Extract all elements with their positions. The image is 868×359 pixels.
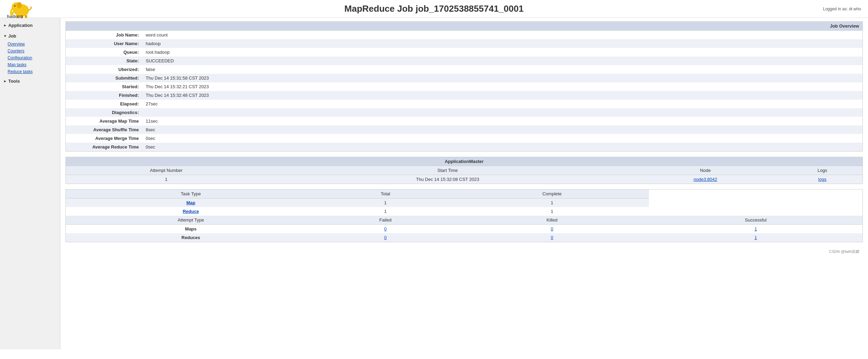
job-overview-row: Average Reduce Time0sec <box>66 143 862 151</box>
attempt-row: Maps001 <box>66 225 862 234</box>
job-overview-value: hadoop <box>142 39 862 48</box>
job-overview-value: SUCCEEDED <box>142 57 862 65</box>
task-type-row: Reduce11 <box>66 207 862 216</box>
job-overview-row: Uberized:false <box>66 65 862 74</box>
am-col-node: Node <box>629 166 782 175</box>
arrow-down-icon: ▼ <box>3 34 7 38</box>
attempt-killed-cell[interactable]: 0 <box>455 233 649 242</box>
job-overview-label: Average Shuffle Time <box>66 125 142 134</box>
job-overview-label: Average Map Time <box>66 117 142 125</box>
hadoop-logo-icon: hadoop <box>7 0 34 18</box>
sidebar-tools-header[interactable]: ► Tools <box>0 76 60 86</box>
job-overview-row: Diagnostics: <box>66 108 862 117</box>
job-overview-value: 8sec <box>142 125 862 134</box>
task-type-link[interactable]: Reduce <box>183 209 199 214</box>
svg-point-4 <box>17 2 22 8</box>
sidebar-section-application: ► Application <box>0 21 60 30</box>
attempt-failed-cell[interactable]: 0 <box>316 225 455 234</box>
sidebar-map-tasks-link[interactable]: Map tasks <box>8 62 27 67</box>
task-col-total: Total <box>316 189 455 198</box>
am-logs[interactable]: logs <box>782 175 862 184</box>
job-overview-label: Job Name: <box>66 31 142 39</box>
job-overview-value: 11sec <box>142 117 862 125</box>
job-overview-label: Average Merge Time <box>66 134 142 143</box>
svg-rect-7 <box>25 15 27 18</box>
header: hadoop MapReduce Job job_1702538855741_0… <box>0 0 868 18</box>
am-node-link[interactable]: node3:8042 <box>694 177 717 182</box>
job-overview-row: Elapsed:27sec <box>66 100 862 108</box>
job-overview-label: Average Reduce Time <box>66 143 142 151</box>
job-overview-value: 27sec <box>142 100 862 108</box>
attempt-successful-link[interactable]: 1 <box>754 235 757 240</box>
job-overview-row: Average Shuffle Time8sec <box>66 125 862 134</box>
attempt-successful-cell[interactable]: 1 <box>649 225 862 234</box>
task-type-cell[interactable]: Map <box>66 198 316 207</box>
task-type-cell[interactable]: Reduce <box>66 207 316 216</box>
sidebar-item-reduce-tasks[interactable]: Reduce tasks <box>0 68 60 75</box>
task-complete-cell: 1 <box>455 198 649 207</box>
job-overview-label: Submitted: <box>66 74 142 82</box>
sidebar-job-label: Job <box>8 33 16 39</box>
attempt-type-cell: Reduces <box>66 233 316 242</box>
sidebar-item-counters[interactable]: Counters <box>0 48 60 54</box>
am-table-row: 1Thu Dec 14 15:32:08 CST 2023node3:8042l… <box>66 175 862 184</box>
attempt-killed-link[interactable]: 0 <box>551 235 553 240</box>
attempt-failed-cell[interactable]: 0 <box>316 233 455 242</box>
svg-point-2 <box>14 5 16 7</box>
sidebar-overview-link[interactable]: Overview <box>8 42 25 47</box>
attempt-failed-link[interactable]: 0 <box>384 226 386 232</box>
job-overview-label: Started: <box>66 82 142 91</box>
login-status: Logged in as: dr.who <box>823 7 861 11</box>
attempt-col-successful: Successful <box>649 216 862 225</box>
application-master-title: ApplicationMaster <box>66 157 862 166</box>
job-overview-header: Job Overview <box>66 22 862 31</box>
arrow-right-icon-tools: ► <box>3 79 7 83</box>
sidebar-application-label: Application <box>8 23 33 28</box>
sidebar-job-header[interactable]: ▼ Job <box>0 31 60 41</box>
attempt-successful-cell[interactable]: 1 <box>649 233 862 242</box>
am-col-start: Start Time <box>267 166 629 175</box>
job-overview-value: Thu Dec 14 15:32:48 CST 2023 <box>142 91 862 100</box>
job-overview-row: Finished:Thu Dec 14 15:32:48 CST 2023 <box>66 91 862 100</box>
arrow-right-icon: ► <box>3 23 7 27</box>
job-overview-value <box>142 108 862 117</box>
job-overview-label: Elapsed: <box>66 100 142 108</box>
sidebar-configuration-link[interactable]: Configuration <box>8 55 32 60</box>
task-type-row: Map11 <box>66 198 862 207</box>
attempt-type-header-row: Attempt Type Failed Killed Successful <box>66 216 862 225</box>
attempt-failed-link[interactable]: 0 <box>384 235 386 240</box>
main-layout: ► Application ▼ Job Overview Counters Co… <box>0 18 868 349</box>
attempt-row: Reduces001 <box>66 233 862 242</box>
am-logs-link[interactable]: logs <box>818 177 827 182</box>
sidebar-reduce-tasks-link[interactable]: Reduce tasks <box>8 69 33 74</box>
sidebar-section-tools: ► Tools <box>0 76 60 86</box>
sidebar-item-configuration[interactable]: Configuration <box>0 54 60 61</box>
attempt-successful-link[interactable]: 1 <box>754 226 757 232</box>
am-node[interactable]: node3:8042 <box>629 175 782 184</box>
page-title: MapReduce Job job_1702538855741_0001 <box>344 3 524 14</box>
sidebar-application-header[interactable]: ► Application <box>0 21 60 30</box>
sidebar-item-overview[interactable]: Overview <box>0 41 60 48</box>
attempt-killed-cell[interactable]: 0 <box>455 225 649 234</box>
main-content: Job Overview Job Name:word countUser Nam… <box>60 18 868 349</box>
task-summary-section: Task Type Total Complete Map11Reduce11 A… <box>65 189 863 242</box>
task-type-link[interactable]: Map <box>186 200 195 205</box>
job-overview-row: Queue:root.hadoop <box>66 48 862 57</box>
job-overview-label: Queue: <box>66 48 142 57</box>
attempt-col-failed: Failed <box>316 216 455 225</box>
task-summary-table: Task Type Total Complete Map11Reduce11 A… <box>66 189 862 242</box>
job-overview-label: User Name: <box>66 39 142 48</box>
sidebar-tools-label: Tools <box>8 79 20 84</box>
task-complete-cell: 1 <box>455 207 649 216</box>
sidebar-counters-link[interactable]: Counters <box>8 49 24 53</box>
attempt-killed-link[interactable]: 0 <box>551 226 553 232</box>
sidebar-item-map-tasks[interactable]: Map tasks <box>0 61 60 68</box>
job-overview-value: 0sec <box>142 143 862 151</box>
job-overview-table: Job Name:word countUser Name:hadoopQueue… <box>66 31 862 151</box>
job-overview-row: User Name:hadoop <box>66 39 862 48</box>
am-col-attempt: Attempt Number <box>66 166 267 175</box>
application-master-section: ApplicationMaster Attempt Number Start T… <box>65 157 863 184</box>
svg-text:hadoop: hadoop <box>7 14 23 18</box>
attempt-col-killed: Killed <box>455 216 649 225</box>
job-overview-value: false <box>142 65 862 74</box>
